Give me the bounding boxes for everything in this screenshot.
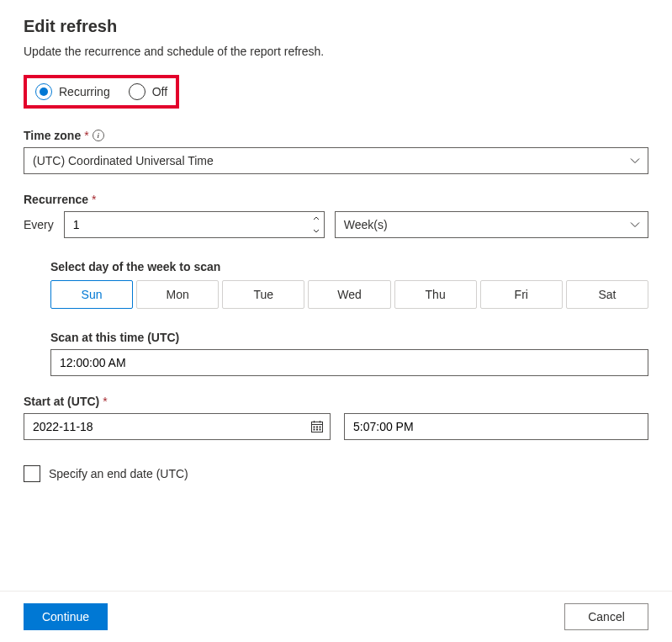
spinner-buttons <box>309 212 324 237</box>
start-time-input[interactable] <box>344 413 648 440</box>
every-label: Every <box>24 218 54 231</box>
recurrence-count-wrapper <box>64 211 325 238</box>
scan-time-label: Scan at this time (UTC) <box>50 331 648 344</box>
footer: Continue Cancel <box>0 591 672 642</box>
start-at-row <box>24 413 648 440</box>
radio-circle-icon <box>129 83 146 100</box>
chevron-up-icon <box>313 216 320 220</box>
timezone-label: Time zone * i <box>24 129 648 142</box>
start-time-wrapper <box>344 413 648 440</box>
calendar-icon[interactable] <box>310 420 324 433</box>
recurrence-row: Every Week(s) <box>24 211 648 238</box>
svg-rect-8 <box>316 429 318 431</box>
start-at-label-text: Start at (UTC) <box>24 395 99 408</box>
end-date-checkbox-row: Specify an end date (UTC) <box>24 465 648 482</box>
radio-recurring[interactable]: Recurring <box>35 83 110 100</box>
scan-time-input[interactable] <box>50 349 648 376</box>
svg-rect-7 <box>314 429 315 431</box>
chevron-down-icon <box>313 229 320 233</box>
start-date-input[interactable] <box>24 413 331 440</box>
indented-section: Select day of the week to scan Sun Mon T… <box>50 260 648 376</box>
timezone-select[interactable]: (UTC) Coordinated Universal Time <box>24 147 648 174</box>
recurrence-label: Recurrence * <box>24 193 648 206</box>
svg-rect-9 <box>320 429 321 431</box>
cancel-button[interactable]: Cancel <box>564 603 648 630</box>
day-btn-thu[interactable]: Thu <box>394 280 477 309</box>
svg-rect-4 <box>314 427 315 428</box>
svg-rect-5 <box>316 427 318 428</box>
required-indicator: * <box>84 129 88 142</box>
start-at-field: Start at (UTC) * <box>24 395 648 440</box>
end-date-label: Specify an end date (UTC) <box>49 467 188 480</box>
day-btn-tue[interactable]: Tue <box>222 280 304 309</box>
recurrence-label-text: Recurrence <box>24 193 88 206</box>
spinner-up-button[interactable] <box>309 212 324 225</box>
page-title: Edit refresh <box>24 17 648 36</box>
start-date-wrapper <box>24 413 331 440</box>
recurrence-field: Recurrence * Every Week(s) Select day of… <box>24 193 648 376</box>
radio-recurring-label: Recurring <box>59 85 110 98</box>
spinner-down-button[interactable] <box>309 225 324 237</box>
required-indicator: * <box>92 193 96 206</box>
page-subtitle: Update the recurrence and schedule of th… <box>24 45 648 58</box>
radio-off[interactable]: Off <box>129 83 167 100</box>
day-btn-mon[interactable]: Mon <box>136 280 219 309</box>
timezone-label-text: Time zone <box>24 129 81 142</box>
required-indicator: * <box>103 395 107 408</box>
timezone-field: Time zone * i (UTC) Coordinated Universa… <box>24 129 648 174</box>
svg-rect-6 <box>320 427 321 428</box>
day-btn-fri[interactable]: Fri <box>480 280 563 309</box>
day-btn-sun[interactable]: Sun <box>50 280 133 309</box>
info-icon[interactable]: i <box>93 130 104 141</box>
recurrence-unit-value: Week(s) <box>335 211 648 238</box>
scan-time-section: Scan at this time (UTC) <box>50 331 648 376</box>
radio-off-label: Off <box>152 85 167 98</box>
start-at-label: Start at (UTC) * <box>24 395 648 408</box>
day-buttons-row: Sun Mon Tue Wed Thu Fri Sat <box>50 280 648 309</box>
radio-dot-icon <box>40 88 48 96</box>
day-btn-sat[interactable]: Sat <box>566 280 648 309</box>
radio-circle-icon <box>35 83 52 100</box>
recurrence-mode-radio-group: Recurring Off <box>24 75 179 109</box>
timezone-select-value: (UTC) Coordinated Universal Time <box>24 147 648 174</box>
recurrence-count-input[interactable] <box>64 211 325 238</box>
continue-button[interactable]: Continue <box>24 603 108 630</box>
end-date-checkbox[interactable] <box>24 465 40 482</box>
day-btn-wed[interactable]: Wed <box>308 280 390 309</box>
recurrence-unit-select[interactable]: Week(s) <box>335 211 648 238</box>
day-select-label: Select day of the week to scan <box>50 260 648 273</box>
